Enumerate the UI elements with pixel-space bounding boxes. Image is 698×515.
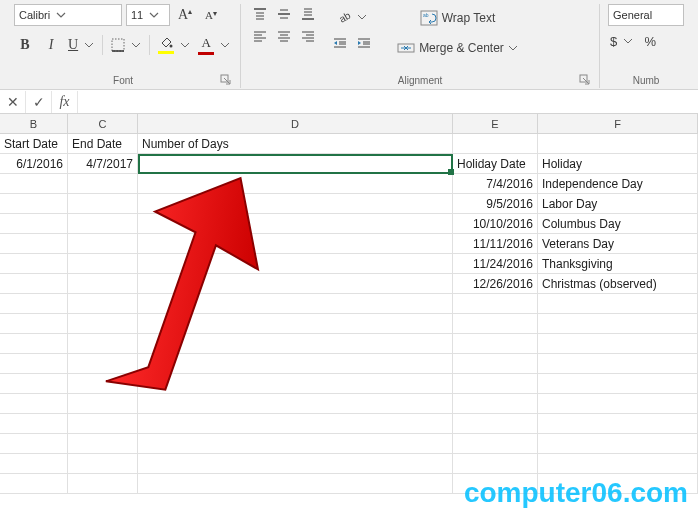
col-header-C[interactable]: C bbox=[68, 114, 138, 133]
cell[interactable] bbox=[453, 414, 538, 433]
cell[interactable]: Columbus Day bbox=[538, 214, 698, 233]
cell[interactable] bbox=[138, 254, 453, 273]
cell[interactable] bbox=[0, 474, 68, 493]
dialog-launcher-icon[interactable] bbox=[579, 74, 591, 86]
cell[interactable] bbox=[0, 214, 68, 233]
cell[interactable] bbox=[138, 394, 453, 413]
cell[interactable] bbox=[0, 314, 68, 333]
cell[interactable] bbox=[68, 254, 138, 273]
cell[interactable] bbox=[138, 274, 453, 293]
cell[interactable]: 11/24/2016 bbox=[453, 254, 538, 273]
cell[interactable] bbox=[68, 314, 138, 333]
cell[interactable] bbox=[68, 294, 138, 313]
font-size-dropdown[interactable]: 11 bbox=[126, 4, 170, 26]
cell[interactable] bbox=[68, 274, 138, 293]
cell[interactable]: Start Date bbox=[0, 134, 68, 153]
cell[interactable] bbox=[68, 234, 138, 253]
cell[interactable] bbox=[68, 334, 138, 353]
cell[interactable] bbox=[0, 174, 68, 193]
dialog-launcher-icon[interactable] bbox=[220, 74, 232, 86]
cell[interactable]: Number of Days bbox=[138, 134, 453, 153]
cell[interactable] bbox=[0, 434, 68, 453]
cell[interactable] bbox=[138, 374, 453, 393]
cell[interactable]: 9/5/2016 bbox=[453, 194, 538, 213]
align-center-button[interactable] bbox=[273, 26, 295, 46]
cell[interactable] bbox=[538, 434, 698, 453]
cell[interactable] bbox=[68, 354, 138, 373]
cell[interactable] bbox=[453, 314, 538, 333]
font-name-dropdown[interactable]: Calibri bbox=[14, 4, 122, 26]
cell[interactable] bbox=[68, 194, 138, 213]
cell[interactable]: Independence Day bbox=[538, 174, 698, 193]
confirm-button[interactable]: ✓ bbox=[26, 91, 52, 113]
cell[interactable]: 11/11/2016 bbox=[453, 234, 538, 253]
cell[interactable] bbox=[138, 154, 453, 173]
cell[interactable]: Holiday Date bbox=[453, 154, 538, 173]
cell[interactable]: 4/7/2017 bbox=[68, 154, 138, 173]
cell[interactable] bbox=[453, 334, 538, 353]
align-bottom-button[interactable] bbox=[297, 4, 319, 24]
insert-function-button[interactable]: fx bbox=[52, 91, 78, 113]
cell[interactable]: Thanksgiving bbox=[538, 254, 698, 273]
col-header-B[interactable]: B bbox=[0, 114, 68, 133]
col-header-D[interactable]: D bbox=[138, 114, 453, 133]
cancel-button[interactable]: ✕ bbox=[0, 91, 26, 113]
cell[interactable]: End Date bbox=[68, 134, 138, 153]
cell[interactable] bbox=[138, 454, 453, 473]
cell[interactable] bbox=[138, 354, 453, 373]
cell[interactable]: 7/4/2016 bbox=[453, 174, 538, 193]
cell[interactable] bbox=[0, 274, 68, 293]
font-color-button[interactable]: A bbox=[196, 34, 232, 56]
cell[interactable] bbox=[0, 334, 68, 353]
cell[interactable] bbox=[453, 134, 538, 153]
cell[interactable] bbox=[538, 374, 698, 393]
cell[interactable] bbox=[68, 474, 138, 493]
cell[interactable] bbox=[453, 394, 538, 413]
number-format-dropdown[interactable]: General bbox=[608, 4, 684, 26]
cell[interactable]: 6/1/2016 bbox=[0, 154, 68, 173]
cell[interactable] bbox=[538, 314, 698, 333]
cell[interactable] bbox=[0, 374, 68, 393]
cell[interactable] bbox=[138, 434, 453, 453]
increase-indent-button[interactable] bbox=[353, 32, 375, 54]
borders-button[interactable] bbox=[109, 34, 143, 56]
decrease-indent-button[interactable] bbox=[329, 32, 351, 54]
cell[interactable] bbox=[538, 334, 698, 353]
align-top-button[interactable] bbox=[249, 4, 271, 24]
fill-color-button[interactable] bbox=[156, 34, 192, 56]
cell[interactable] bbox=[68, 454, 138, 473]
cell[interactable] bbox=[0, 394, 68, 413]
cell[interactable] bbox=[538, 354, 698, 373]
cell[interactable] bbox=[138, 474, 453, 493]
cell[interactable] bbox=[0, 194, 68, 213]
cell[interactable] bbox=[0, 234, 68, 253]
cell[interactable] bbox=[453, 294, 538, 313]
cell[interactable] bbox=[538, 474, 698, 493]
cell[interactable] bbox=[138, 194, 453, 213]
cell[interactable] bbox=[138, 314, 453, 333]
cell[interactable] bbox=[538, 414, 698, 433]
cell[interactable] bbox=[68, 434, 138, 453]
orientation-button[interactable]: ab bbox=[329, 6, 375, 28]
col-header-E[interactable]: E bbox=[453, 114, 538, 133]
cell[interactable]: 12/26/2016 bbox=[453, 274, 538, 293]
cell[interactable] bbox=[138, 174, 453, 193]
cell[interactable] bbox=[0, 254, 68, 273]
cell[interactable] bbox=[453, 454, 538, 473]
percent-format-button[interactable]: % bbox=[639, 30, 661, 52]
accounting-format-button[interactable]: $ bbox=[608, 30, 635, 52]
cell[interactable] bbox=[453, 374, 538, 393]
cell[interactable] bbox=[138, 234, 453, 253]
decrease-font-button[interactable]: A▾ bbox=[200, 4, 222, 26]
cell[interactable] bbox=[0, 414, 68, 433]
cell[interactable] bbox=[68, 174, 138, 193]
align-left-button[interactable] bbox=[249, 26, 271, 46]
cell[interactable] bbox=[138, 414, 453, 433]
cell[interactable] bbox=[68, 414, 138, 433]
cell[interactable] bbox=[538, 394, 698, 413]
cell[interactable]: Labor Day bbox=[538, 194, 698, 213]
cell[interactable] bbox=[538, 134, 698, 153]
cell[interactable] bbox=[138, 294, 453, 313]
cell[interactable]: Christmas (observed) bbox=[538, 274, 698, 293]
align-right-button[interactable] bbox=[297, 26, 319, 46]
